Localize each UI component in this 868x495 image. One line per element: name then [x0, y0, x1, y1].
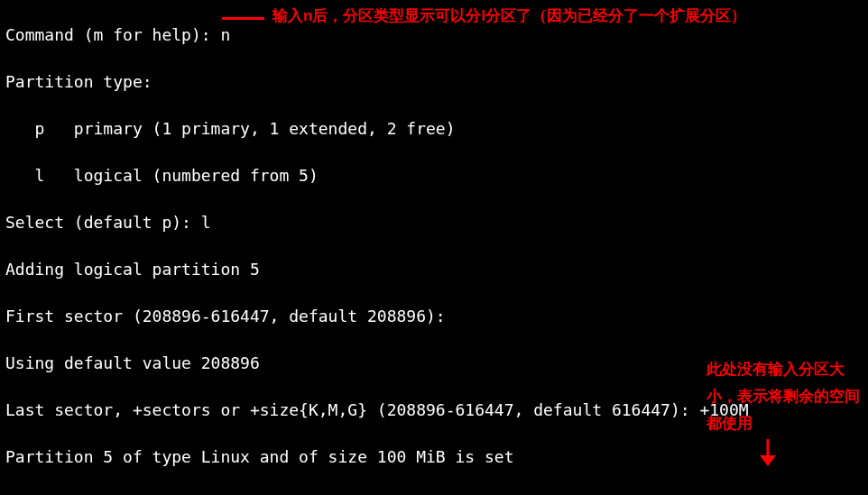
terminal-line: Partition 5 of type Linux and of size 10… — [5, 445, 868, 469]
terminal-line: Select (default p): l — [5, 211, 868, 234]
terminal-line: Partition type: — [5, 70, 868, 94]
terminal-line: Adding logical partition 5 — [5, 258, 868, 281]
terminal-line: Command (m for help): n — [5, 23, 868, 47]
svg-marker-1 — [760, 455, 776, 466]
terminal-line: l logical (numbered from 5) — [5, 164, 868, 188]
terminal-line: p primary (1 primary, 1 extended, 2 free… — [5, 117, 868, 141]
terminal-line: First sector (208896-616447, default 208… — [5, 305, 868, 328]
annotation-note-2: 此处没有输入分区大小，表示将剩余的空间都使用 — [706, 356, 864, 437]
annotation-underline — [222, 17, 264, 20]
arrow-down-icon — [756, 439, 780, 466]
annotation-note-1: 输入n后，分区类型显示可以分l分区了（因为已经分了一个扩展分区） — [272, 6, 868, 26]
